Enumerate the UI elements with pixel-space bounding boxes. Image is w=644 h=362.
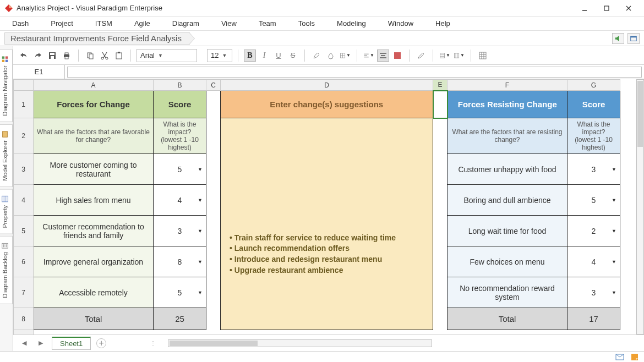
note-icon[interactable] [631, 353, 638, 361]
insert-col-button[interactable]: ▼ [453, 50, 465, 62]
copy-button[interactable] [84, 50, 96, 62]
dropdown-icon[interactable]: ▼ [612, 228, 616, 234]
menu-agile[interactable]: Agile [132, 18, 152, 29]
strike-button[interactable]: S [287, 50, 299, 62]
menu-modeling[interactable]: Modeling [335, 18, 368, 29]
for-label-1[interactable]: High sales from menu [34, 185, 154, 216]
window-minimize-button[interactable] [574, 0, 596, 17]
for-score-3[interactable]: 8▼ [154, 246, 206, 277]
side-tab-property[interactable]: Property [0, 189, 13, 234]
header-forces-for[interactable]: Forces for Change [34, 91, 154, 118]
dropdown-icon[interactable]: ▼ [612, 259, 616, 265]
subhead-for-factors[interactable]: What are the factors that are favorable … [34, 118, 154, 154]
fill-color-button[interactable] [325, 50, 337, 62]
header-suggestions[interactable]: Enter change(s) suggestions [221, 91, 433, 118]
vertical-scrollbar[interactable] [636, 79, 644, 334]
for-label-0[interactable]: More customer coming to restaurant [34, 154, 154, 185]
active-cell-e1[interactable] [433, 91, 447, 118]
side-tab-navigator[interactable]: Diagram Navigator [0, 50, 13, 122]
font-size-combo[interactable]: 12▼ [207, 49, 232, 62]
mail-icon[interactable] [615, 354, 624, 360]
dropdown-icon[interactable]: ▼ [612, 198, 616, 203]
col-header-e[interactable]: E [433, 80, 447, 91]
breadcrumb-item[interactable]: Restaurant Improvements Force Field Anal… [4, 32, 190, 45]
underline-button[interactable]: U [272, 50, 285, 62]
side-tab-backlog[interactable]: Diagram Backlog [0, 236, 13, 304]
against-label-0[interactable]: Customer unhappy with food [447, 154, 567, 185]
col-header-b[interactable]: B [154, 80, 206, 91]
subhead-for-impact[interactable]: What is the impact? (lowest 1 -10 highes… [154, 118, 206, 154]
dropdown-icon[interactable]: ▼ [612, 290, 616, 295]
italic-button[interactable]: I [258, 50, 270, 62]
tab-nav-next[interactable]: ▶ [35, 339, 46, 347]
against-score-4[interactable]: 3▼ [567, 277, 620, 308]
suggestions-body[interactable]: Train staff for service to reduce waitin… [221, 118, 433, 330]
menu-diagram[interactable]: Diagram [170, 18, 201, 29]
for-score-0[interactable]: 5▼ [154, 154, 206, 185]
row-header-6[interactable]: 6 [14, 246, 34, 277]
tab-nav-prev[interactable]: ◀ [19, 339, 30, 347]
against-label-2[interactable]: Long wait time for food [447, 216, 567, 246]
redo-button[interactable] [32, 50, 44, 62]
for-label-3[interactable]: Improve general organization [34, 246, 154, 277]
grid-button[interactable] [477, 50, 489, 62]
side-tab-model[interactable]: Model Explorer [0, 124, 13, 187]
for-score-1[interactable]: 4▼ [154, 185, 206, 216]
menu-window[interactable]: Window [386, 18, 416, 29]
cut-button[interactable] [99, 50, 111, 62]
panel-icon[interactable] [627, 33, 640, 44]
row-header-7[interactable]: 7 [14, 277, 34, 308]
dropdown-icon[interactable]: ▼ [198, 198, 203, 203]
against-label-1[interactable]: Boring and dull ambience [447, 185, 567, 216]
col-header-g[interactable]: G [567, 80, 620, 91]
row-header-3[interactable]: 3 [14, 154, 34, 185]
total-label-against[interactable]: Total [447, 308, 567, 330]
edit-button[interactable] [415, 50, 427, 62]
col-header-a[interactable]: A [34, 80, 154, 91]
insert-row-button[interactable]: ▼ [439, 50, 451, 62]
against-label-4[interactable]: No recommendation reward system [447, 277, 567, 308]
align-left-button[interactable]: ▼ [363, 50, 375, 62]
cell-reference-box[interactable]: E1 [13, 65, 65, 79]
total-label-for[interactable]: Total [34, 308, 154, 330]
sheet-tab-1[interactable]: Sheet1 [52, 337, 91, 350]
header-score-against[interactable]: Score [567, 91, 620, 118]
menu-dash[interactable]: Dash [10, 18, 31, 29]
dropdown-icon[interactable]: ▼ [198, 167, 203, 172]
menu-help[interactable]: Help [433, 18, 452, 29]
dropdown-icon[interactable]: ▼ [198, 228, 203, 234]
bold-button[interactable]: B [244, 50, 256, 62]
formula-input[interactable] [67, 67, 642, 78]
wrap-button[interactable] [391, 50, 403, 62]
against-score-0[interactable]: 3▼ [567, 154, 620, 185]
window-maximize-button[interactable] [596, 0, 618, 17]
add-sheet-button[interactable]: + [96, 338, 106, 348]
font-family-combo[interactable]: Arial▼ [137, 49, 197, 62]
row-header-8[interactable]: 8 [14, 308, 34, 330]
save-button[interactable] [46, 50, 58, 62]
menu-team[interactable]: Team [256, 18, 279, 29]
announce-icon[interactable] [612, 33, 624, 44]
against-score-2[interactable]: 2▼ [567, 216, 620, 246]
against-score-1[interactable]: 5▼ [567, 185, 620, 216]
row-header-4[interactable]: 4 [14, 185, 34, 216]
menu-itsm[interactable]: ITSM [93, 18, 114, 29]
menu-view[interactable]: View [219, 18, 239, 29]
subhead-against-impact[interactable]: What is the impact? (lowest 1 -10 highes… [567, 118, 620, 154]
col-header-f[interactable]: F [447, 80, 567, 91]
dropdown-icon[interactable]: ▼ [198, 259, 203, 265]
undo-button[interactable] [18, 50, 30, 62]
border-button[interactable]: ▼ [339, 50, 351, 62]
horizontal-scrollbar[interactable] [168, 339, 432, 347]
for-label-2[interactable]: Customer recommendation to friends and f… [34, 216, 154, 246]
total-for[interactable]: 25 [154, 308, 206, 330]
align-center-button[interactable] [377, 50, 389, 62]
paste-button[interactable] [113, 50, 125, 62]
dropdown-icon[interactable]: ▼ [198, 290, 203, 295]
for-label-4[interactable]: Accessible remotely [34, 277, 154, 308]
col-header-c[interactable]: C [206, 80, 221, 91]
select-all-corner[interactable] [14, 80, 34, 91]
header-score-for[interactable]: Score [154, 91, 206, 118]
dropdown-icon[interactable]: ▼ [612, 167, 616, 172]
col-header-d[interactable]: D [221, 80, 433, 91]
